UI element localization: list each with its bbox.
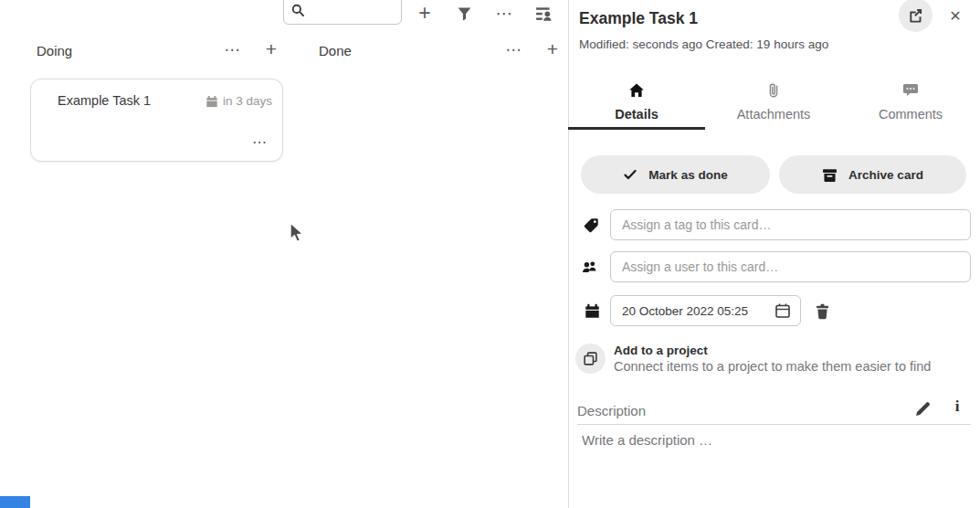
comment-icon	[842, 80, 979, 101]
calendar-picker-icon[interactable]	[773, 301, 793, 321]
mark-as-done-button[interactable]: Mark as done	[581, 155, 770, 194]
column-done-add-button[interactable]: +	[543, 38, 563, 60]
delete-due-date-icon[interactable]	[812, 302, 832, 322]
search-box[interactable]	[283, 0, 402, 25]
archive-card-button[interactable]: Archive card	[779, 155, 966, 194]
task-card-due: in 3 days	[205, 94, 272, 108]
edit-description-icon[interactable]	[912, 399, 933, 418]
calendar-icon	[205, 95, 218, 108]
kanban-app: + ⋯ Doing ⋯ + Done ⋯ + Example Task 1 in…	[0, 0, 980, 508]
mouse-cursor	[289, 222, 307, 248]
archive-card-label: Archive card	[848, 168, 923, 182]
description-label: Description	[577, 403, 646, 418]
panel-title: Example Task 1	[579, 9, 698, 28]
description-placeholder[interactable]: Write a description …	[582, 432, 712, 448]
description-info-icon[interactable]: i	[949, 397, 965, 417]
tab-attachments-label: Attachments	[705, 107, 842, 122]
mark-as-done-label: Mark as done	[648, 168, 727, 182]
column-doing-add-button[interactable]: +	[261, 38, 281, 60]
check-icon	[623, 167, 638, 182]
paperclip-icon	[705, 80, 842, 101]
tag-icon	[582, 216, 600, 234]
column-title-doing: Doing	[37, 43, 72, 58]
column-title-done: Done	[319, 43, 352, 58]
open-external-icon	[908, 7, 923, 23]
users-icon	[581, 258, 599, 276]
close-icon[interactable]: ✕	[945, 5, 965, 26]
board-menu-button[interactable]: ⋯	[492, 0, 516, 26]
assignees-view-icon[interactable]	[533, 3, 555, 25]
search-icon	[291, 4, 305, 21]
search-input[interactable]	[309, 0, 396, 19]
tab-details[interactable]: Details	[568, 78, 705, 130]
add-to-project-subtitle: Connect items to a project to make them …	[614, 359, 931, 374]
task-card-title: Example Task 1	[58, 93, 151, 108]
task-card-menu-button[interactable]: ⋯	[249, 132, 269, 151]
description-divider	[577, 424, 971, 425]
due-date-icon	[583, 302, 601, 320]
tab-attachments[interactable]: Attachments	[705, 78, 842, 130]
home-icon	[568, 80, 705, 101]
due-date-field[interactable]: 20 October 2022 05:25	[610, 295, 801, 326]
tab-details-label: Details	[568, 107, 705, 122]
due-date-value: 20 October 2022 05:25	[622, 304, 773, 318]
due-text: in 3 days	[223, 94, 272, 108]
archive-icon	[822, 167, 838, 183]
column-doing-menu-button[interactable]: ⋯	[222, 39, 242, 59]
column-done-menu-button[interactable]: ⋯	[503, 39, 523, 59]
task-card[interactable]: Example Task 1 in 3 days ⋯	[30, 79, 283, 162]
add-to-project-title[interactable]: Add to a project	[614, 344, 708, 357]
tab-comments[interactable]: Comments	[842, 78, 979, 130]
add-card-button[interactable]: +	[414, 0, 436, 26]
add-to-project-button[interactable]	[575, 344, 606, 374]
assign-user-input[interactable]	[610, 251, 971, 282]
assign-tag-input[interactable]	[610, 209, 971, 240]
bottom-accent-bar	[0, 496, 30, 508]
tab-comments-label: Comments	[842, 107, 979, 122]
filter-icon[interactable]	[454, 3, 474, 25]
panel-meta: Modified: seconds ago Created: 19 hours …	[579, 37, 828, 51]
project-stack-icon	[583, 351, 598, 366]
